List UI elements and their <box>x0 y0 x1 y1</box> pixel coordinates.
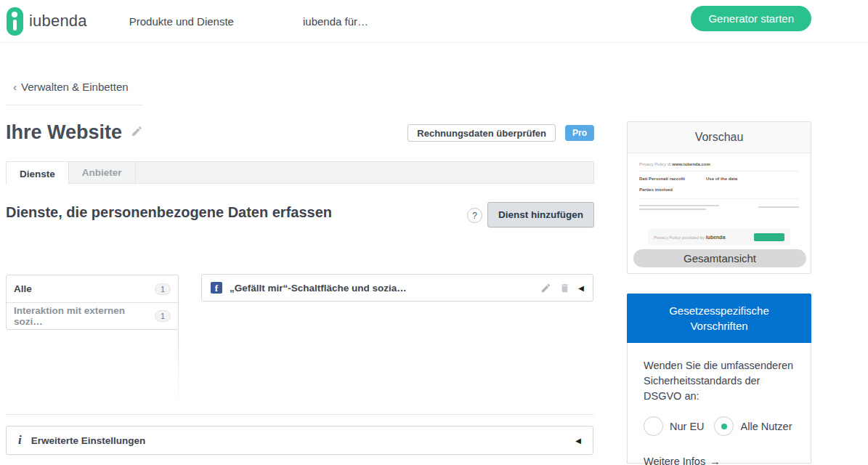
doc-fine-print <box>639 205 799 212</box>
filter-all[interactable]: Alle 1 <box>7 275 178 302</box>
service-row-facebook-like[interactable]: f „Gefällt mir“-Schaltfläche und sozia… … <box>201 274 593 302</box>
filter-column-divider <box>178 330 179 410</box>
doc-col1: Dati Personali raccolti <box>639 177 706 181</box>
collapse-caret-icon[interactable]: ◀ <box>575 437 581 445</box>
law-box-body: Wenden Sie die umfassenderen Sicherheits… <box>627 343 811 464</box>
count-badge: 1 <box>155 283 171 295</box>
title-row: Ihre Website Rechnungsdaten überprüfen P… <box>6 121 594 144</box>
breadcrumb[interactable]: ‹Verwalten & Einbetten <box>6 81 143 105</box>
doc-col3: Parties involved <box>639 187 799 199</box>
full-view-button[interactable]: Gesamtansicht <box>633 249 806 267</box>
breadcrumb-label: Verwalten & Einbetten <box>21 81 129 93</box>
doc-columns: Dati Personali raccolti Use of the data <box>639 177 799 181</box>
radio-nur-eu[interactable] <box>644 416 663 436</box>
doc-col2: Use of the data <box>706 177 737 181</box>
preview-card: Vorschau Privacy Policy di www.iubenda.c… <box>627 121 811 274</box>
nav-links: Produkte und Dienste iubenda für… <box>129 15 368 28</box>
advanced-settings-label: Erweiterte Einstellungen <box>31 435 576 446</box>
doc-footer-brand: Privacy Policy provided by iubenda <box>654 235 726 240</box>
collapse-caret-icon[interactable]: ◀ <box>578 284 584 292</box>
gdpr-question: Wenden Sie die umfassenderen Sicherheits… <box>644 358 795 404</box>
back-chevron-icon: ‹ <box>13 81 17 93</box>
doc-header: Privacy Policy di www.iubenda.com <box>639 162 799 171</box>
delete-service-icon[interactable] <box>559 283 570 294</box>
tabbar: Dienste Anbieter <box>6 161 594 184</box>
facebook-icon: f <box>211 282 222 294</box>
service-filter-list: Alle 1 Interaktion mit externen sozi… 1 <box>6 275 179 330</box>
edit-service-icon[interactable] <box>540 283 551 294</box>
service-label: „Gefällt mir“-Schaltfläche und sozia… <box>230 283 540 294</box>
law-box-title: Gesetzesspezifische Vorschriften <box>627 294 811 343</box>
tab-anbieter[interactable]: Anbieter <box>69 162 136 183</box>
service-row-actions: ◀ <box>540 283 584 294</box>
law-box: Gesetzesspezifische Vorschriften Wenden … <box>627 294 811 465</box>
gdpr-options: Nur EU Alle Nutzer <box>644 416 795 436</box>
advanced-settings-bar[interactable]: i Erweiterte Einstellungen ◀ <box>6 426 593 455</box>
add-service-button[interactable]: Dienst hinzufügen <box>487 202 594 227</box>
section-divider <box>6 414 593 415</box>
navbar: iubenda Produkte und Dienste iubenda für… <box>0 0 868 43</box>
doc-footer: Privacy Policy provided by iubenda <box>648 229 790 245</box>
nav-link-products[interactable]: Produkte und Dienste <box>129 15 234 28</box>
doc-footer-button <box>754 233 784 241</box>
section-heading: Dienste, die personenbezogene Daten erfa… <box>6 202 332 222</box>
radio-label-nur-eu: Nur EU <box>670 421 705 432</box>
count-badge: 1 <box>155 310 171 322</box>
info-icon: i <box>18 433 22 448</box>
arrow-right-icon: → <box>710 456 721 465</box>
filter-social-interaction[interactable]: Interaktion mit externen sozi… 1 <box>7 302 178 329</box>
billing-data-button[interactable]: Rechnungsdaten überprüfen <box>407 124 556 142</box>
more-info-link[interactable]: Weitere Infos→ <box>644 456 795 465</box>
radio-label-alle-nutzer: Alle Nutzer <box>741 421 792 432</box>
nav-link-iubenda-for[interactable]: iubenda für… <box>303 15 368 28</box>
section-heading-row: Dienste, die personenbezogene Daten erfa… <box>6 202 594 227</box>
generator-start-button[interactable]: Generator starten <box>691 6 811 31</box>
page: iubenda Produkte und Dienste iubenda für… <box>0 0 868 465</box>
page-title: Ihre Website <box>6 121 122 144</box>
brand-name: iubenda <box>29 12 87 31</box>
pro-badge[interactable]: Pro <box>565 125 594 141</box>
content: ‹Verwalten & Einbetten Ihre Website Rech… <box>0 43 868 465</box>
title-actions: Rechnungsdaten überprüfen Pro <box>407 124 594 142</box>
radio-alle-nutzer[interactable] <box>714 416 734 436</box>
iubenda-logo-icon <box>7 7 23 36</box>
edit-title-icon[interactable] <box>131 125 143 140</box>
preview-title: Vorschau <box>628 122 811 153</box>
tab-dienste[interactable]: Dienste <box>6 161 69 185</box>
help-icon[interactable]: ? <box>467 208 482 223</box>
heading-actions: ? Dienst hinzufügen <box>467 202 594 227</box>
filter-label: Interaktion mit externen sozi… <box>14 305 155 327</box>
brand[interactable]: iubenda <box>7 7 87 36</box>
title-left: Ihre Website <box>6 121 143 144</box>
filter-label: Alle <box>14 283 32 294</box>
privacy-policy-thumbnail[interactable]: Privacy Policy di www.iubenda.com Dati P… <box>628 153 811 245</box>
